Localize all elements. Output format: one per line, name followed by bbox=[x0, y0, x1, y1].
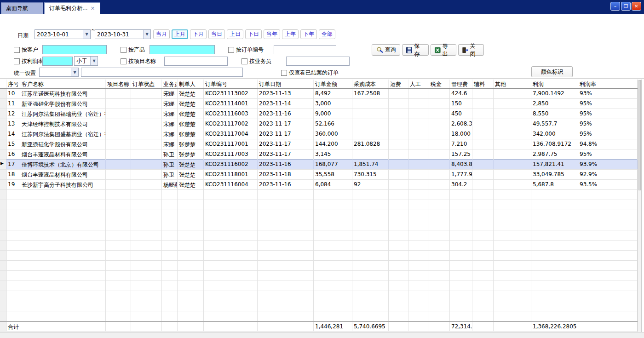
table-cell bbox=[578, 322, 607, 331]
table-row[interactable]: 15新亚强硅化学股份有限公司宋娜张楚楚KCO2311170012023-11-1… bbox=[0, 139, 638, 149]
column-header[interactable]: 管理费 bbox=[450, 80, 472, 88]
quick-date-button-4[interactable]: 上日 bbox=[227, 29, 243, 39]
table-row[interactable] bbox=[0, 291, 638, 301]
column-header[interactable] bbox=[607, 80, 638, 88]
by-order-no-checkbox[interactable] bbox=[228, 47, 234, 53]
table-cell bbox=[472, 170, 494, 179]
table-row[interactable] bbox=[0, 241, 638, 251]
export-button[interactable]: 导出 bbox=[431, 44, 456, 56]
column-header[interactable]: 税金 bbox=[429, 80, 450, 88]
save-button[interactable]: 保存 bbox=[402, 44, 429, 56]
chevron-down-icon[interactable]: ▼ bbox=[90, 57, 98, 65]
salesman-input[interactable] bbox=[286, 57, 350, 66]
table-row[interactable] bbox=[0, 200, 638, 210]
product-input[interactable] bbox=[150, 45, 215, 54]
restore-button[interactable]: ❐ bbox=[621, 2, 631, 11]
column-header[interactable]: 利润率 bbox=[578, 80, 607, 88]
by-customer-label: 按客户 bbox=[22, 46, 38, 54]
table-cell bbox=[178, 241, 204, 250]
order-no-input[interactable] bbox=[274, 45, 336, 54]
by-salesman-checkbox[interactable] bbox=[242, 58, 247, 64]
table-row[interactable]: 16烟台丰蓬液晶材料有限公司孙卫张楚楚KCO2311170032023-11-1… bbox=[0, 149, 638, 160]
column-header[interactable]: 制单人 bbox=[178, 80, 204, 88]
table-row[interactable] bbox=[0, 311, 638, 321]
by-project-checkbox[interactable] bbox=[121, 58, 126, 64]
date-from-combobox[interactable]: 2023-10-01 ▼ bbox=[34, 29, 91, 39]
table-cell bbox=[472, 190, 494, 200]
profit-rate-input[interactable] bbox=[42, 57, 73, 66]
profit-rate-operator-combobox[interactable]: 小于 ▼ bbox=[74, 56, 98, 66]
quick-date-button-2[interactable]: 下月 bbox=[190, 29, 207, 39]
table-cell: 宋娜 bbox=[162, 109, 178, 119]
table-cell: 360,000 bbox=[314, 129, 352, 139]
column-header[interactable]: 订单金额 bbox=[314, 80, 352, 88]
column-header[interactable]: 其他 bbox=[494, 80, 531, 88]
column-header[interactable]: 利润 bbox=[531, 80, 578, 88]
quick-date-button-7[interactable]: 上年 bbox=[282, 29, 299, 39]
table-row[interactable] bbox=[0, 220, 638, 230]
chevron-down-icon[interactable]: ▼ bbox=[83, 30, 90, 39]
table-row[interactable] bbox=[0, 261, 638, 271]
by-product-checkbox[interactable] bbox=[121, 47, 126, 53]
close-button[interactable]: ✕ bbox=[632, 2, 641, 11]
column-header[interactable]: 业务员 bbox=[162, 80, 178, 88]
table-row[interactable]: 11新亚强硅化学股份有限公司宋娜张楚楚KCO2311140012023-11-1… bbox=[0, 99, 638, 109]
quick-date-button-6[interactable]: 当年 bbox=[264, 29, 280, 39]
column-header[interactable] bbox=[0, 80, 6, 88]
column-header[interactable]: 客户名称 bbox=[20, 80, 106, 88]
column-header[interactable]: 订单状态 bbox=[131, 80, 162, 88]
column-header[interactable]: 人工 bbox=[408, 80, 429, 88]
table-row[interactable]: 14江苏阿尔法集团盛基药业（宿迁）有限公司宋娜张楚楚KCO23111700420… bbox=[0, 129, 638, 139]
close-form-button[interactable]: 关闭 bbox=[458, 44, 484, 56]
quick-date-button-0[interactable]: 当月 bbox=[153, 29, 170, 39]
tab-desktop-navigation[interactable]: 桌面导航 bbox=[1, 2, 43, 14]
table-row[interactable]: ▶17倍博环境技术（北京）有限公司孙卫张楚楚KCO2311160022023-1… bbox=[0, 160, 638, 170]
vertical-scrollbar[interactable] bbox=[638, 80, 642, 332]
table-row[interactable] bbox=[0, 190, 638, 200]
quick-date-button-5[interactable]: 下日 bbox=[245, 29, 262, 39]
by-profit-rate-checkbox[interactable] bbox=[14, 58, 20, 64]
table-row[interactable] bbox=[0, 301, 638, 311]
unified-settings-input[interactable] bbox=[81, 68, 243, 77]
chevron-down-icon[interactable]: ▼ bbox=[71, 68, 78, 76]
table-row[interactable] bbox=[0, 271, 638, 281]
quick-date-button-1[interactable]: 上月 bbox=[172, 29, 188, 39]
unified-settings-combobox[interactable]: ▼ bbox=[39, 68, 79, 77]
table-cell bbox=[352, 200, 389, 210]
table-cell bbox=[494, 322, 531, 331]
table-cell bbox=[607, 139, 638, 149]
table-row[interactable]: 10江苏星诺医药科技有限公司宋娜张楚楚KCO2311130022023-11-1… bbox=[0, 89, 638, 99]
date-to-combobox[interactable]: 2023-10-31 ▼ bbox=[95, 29, 151, 39]
by-customer-checkbox[interactable] bbox=[14, 47, 20, 53]
color-legend-button[interactable]: 颜色标识 bbox=[531, 66, 573, 77]
quick-date-button-3[interactable]: 当日 bbox=[208, 29, 225, 39]
table-row[interactable]: 12江苏阿尔法集团福瑞药业（宿迁）有限公司宋娜张楚楚KCO23111600320… bbox=[0, 109, 638, 119]
quick-date-button-8[interactable]: 下年 bbox=[300, 29, 317, 39]
table-row[interactable] bbox=[0, 230, 638, 241]
tab-close-icon[interactable]: × bbox=[90, 6, 95, 11]
project-input[interactable] bbox=[164, 57, 228, 66]
table-row[interactable] bbox=[0, 281, 638, 291]
scrollbar-thumb[interactable] bbox=[638, 80, 641, 190]
column-header[interactable]: 采购成本 bbox=[352, 80, 389, 88]
query-button[interactable]: 查询 bbox=[372, 44, 400, 56]
customer-input[interactable] bbox=[42, 45, 107, 54]
table-row[interactable]: 13天津经纬控制技术有限公司宋娜张楚楚KCO2311170022023-11-1… bbox=[0, 119, 638, 129]
chevron-down-icon[interactable]: ▼ bbox=[143, 30, 150, 39]
table-row[interactable] bbox=[0, 210, 638, 220]
column-header[interactable]: 运费 bbox=[389, 80, 408, 88]
minimize-button[interactable]: – bbox=[610, 2, 620, 11]
table-row[interactable]: 18烟台丰蓬液晶材料有限公司孙卫张楚楚KCO2311180012023-11-1… bbox=[0, 170, 638, 180]
table-row[interactable] bbox=[0, 251, 638, 261]
table-row[interactable]: 19长沙新宇高分子科技有限公司杨晓燕张楚楚KCO2311160042023-11… bbox=[0, 180, 638, 190]
tab-order-profit-analysis[interactable]: 订单毛利分析... × bbox=[44, 2, 100, 14]
closed-only-checkbox[interactable] bbox=[281, 70, 287, 76]
column-header[interactable]: 序号 bbox=[6, 80, 20, 88]
table-cell bbox=[389, 322, 408, 331]
column-header[interactable]: 辅料 bbox=[472, 80, 494, 88]
column-header[interactable]: 订单日期 bbox=[258, 80, 314, 88]
column-header[interactable]: 订单编号 bbox=[204, 80, 258, 88]
quick-date-button-9[interactable]: 全部 bbox=[319, 29, 335, 39]
column-header[interactable]: 项目名称 bbox=[106, 80, 131, 88]
total-row[interactable]: 合计1,446,2815,740.669572,314.051,368,226.… bbox=[0, 321, 638, 332]
